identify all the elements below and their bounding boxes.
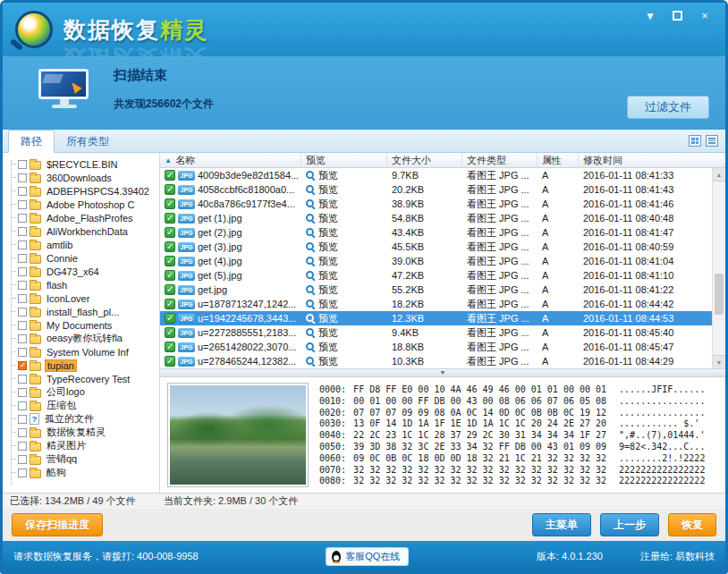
table-row[interactable]: JPGget (3).jpg预览45.5KB看图王 JPG ...A2016-0… [160,240,712,254]
previous-step-button[interactable]: 上一步 [600,513,659,536]
tree-checkbox[interactable] [18,294,27,303]
table-row[interactable]: JPGu=1942245678,3443...预览12.3KB看图王 JPG .… [160,311,712,325]
tree-checkbox[interactable] [18,267,27,276]
tree-item-10[interactable]: IconLover [6,291,157,305]
tree-checkbox[interactable] [18,227,27,236]
preview-link[interactable]: 预览 [318,183,338,197]
save-scan-progress-button[interactable]: 保存扫描进度 [12,513,103,536]
tree-item-21[interactable]: 精灵图片 [6,439,157,452]
tree-item-16[interactable]: TypeRecovery Test [6,372,157,385]
tree-checkbox[interactable] [18,401,27,410]
tree-checkbox[interactable] [18,241,27,249]
tree-item-20[interactable]: 数据恢复精灵 [6,426,157,439]
row-checkbox[interactable] [165,270,175,281]
close-icon[interactable]: × [697,10,713,22]
tree-item-8[interactable]: DG473_x64 [6,265,157,278]
row-checkbox[interactable] [165,170,175,181]
row-checkbox[interactable] [165,356,175,367]
grid-view-icon[interactable] [689,135,701,147]
tree-item-17[interactable]: 公司logo [6,385,157,399]
filter-files-button[interactable]: 过滤文件 [627,96,709,119]
tree-item-22[interactable]: 营销qq [6,452,157,466]
tree-item-1[interactable]: 360Downloads [6,171,157,184]
scroll-up-icon[interactable]: ▲ [713,168,725,181]
column-header-type[interactable]: 文件类型 [462,153,538,167]
table-row[interactable]: JPGget (5).jpg预览47.2KB看图王 JPG ...A2016-0… [160,268,712,283]
row-checkbox[interactable] [165,327,175,338]
row-checkbox[interactable] [165,241,175,252]
table-row[interactable]: JPGget.jpg预览55.2KB看图王 JPG ...A2016-01-11… [160,283,712,297]
tree-checkbox[interactable] [18,187,27,196]
table-row[interactable]: JPGget (4).jpg预览39.0KB看图王 JPG ...A2016-0… [160,254,712,268]
table-row[interactable]: JPGget (2).jpg预览43.4KB看图王 JPG ...A2016-0… [160,225,712,240]
tree-checkbox[interactable] [18,308,27,317]
tree-item-18[interactable]: 压缩包 [6,399,157,412]
list-view-icon[interactable] [706,135,718,147]
tab-path[interactable]: 路径 [8,130,55,153]
tree-item-12[interactable]: My Documents [6,318,157,332]
tree-item-11[interactable]: install_flash_pl... [6,305,157,318]
scroll-down-icon[interactable]: ▼ [713,355,725,368]
preview-link[interactable]: 预览 [318,326,338,340]
preview-link[interactable]: 预览 [318,226,338,240]
tree-checkbox[interactable] [18,455,27,464]
preview-link[interactable]: 预览 [318,169,338,182]
tree-item-6[interactable]: amtlib [6,238,157,251]
preview-link[interactable]: 预览 [318,312,338,325]
vertical-scrollbar[interactable]: ▲ ▼ [712,168,725,368]
maximize-icon[interactable] [673,11,682,21]
tree-checkbox[interactable] [18,375,27,384]
tab-all-types[interactable]: 所有类型 [55,131,121,152]
tree-item-4[interactable]: Adobe_FlashProfes [6,211,157,224]
tree-checkbox[interactable] [18,200,27,209]
row-checkbox[interactable] [165,184,175,195]
tree-item-13[interactable]: oeasy教你玩转fla [6,332,157,345]
tree-checkbox[interactable] [18,334,27,343]
preview-link[interactable]: 预览 [318,355,338,368]
tree-item-0[interactable]: $RECYCLE.BIN [6,157,157,171]
tree-checkbox[interactable] [18,348,27,357]
tree-checkbox[interactable] [18,388,27,397]
column-header-preview[interactable]: 预览 [301,153,387,167]
row-checkbox[interactable] [165,313,175,324]
preview-link[interactable]: 预览 [318,341,338,354]
row-checkbox[interactable] [165,227,175,238]
preview-link[interactable]: 预览 [318,212,338,225]
column-header-name[interactable]: ▲ 名称 [160,153,301,167]
table-row[interactable]: JPG40c8a786c9177f3e4...预览38.9KB看图王 JPG .… [160,197,712,211]
row-checkbox[interactable] [165,284,175,295]
tree-item-15[interactable]: tupian [6,359,157,372]
tree-checkbox[interactable] [18,361,27,370]
row-checkbox[interactable] [165,299,175,309]
tree-checkbox[interactable] [18,428,27,437]
tree-checkbox[interactable] [18,254,27,263]
tree-item-3[interactable]: Adobe Photoshop C [6,198,157,211]
preview-link[interactable]: 预览 [318,255,338,268]
column-header-modified[interactable]: 修改时间 [579,153,712,167]
preview-link[interactable]: 预览 [318,269,338,283]
table-row[interactable]: JPGu=278465244,12382...预览10.3KB看图王 JPG .… [160,354,712,368]
tree-item-14[interactable]: System Volume Inf [6,345,157,359]
preview-link[interactable]: 预览 [318,198,338,211]
table-row[interactable]: JPGget (1).jpg预览54.8KB看图王 JPG ...A2016-0… [160,211,712,225]
tree-item-5[interactable]: AliWorkbenchData [6,224,157,238]
row-checkbox[interactable] [165,342,175,352]
preview-link[interactable]: 预览 [318,283,338,297]
table-row[interactable]: JPGu=2272885551,2183...预览9.4KB看图王 JPG ..… [160,325,712,340]
tree-checkbox[interactable] [18,468,27,477]
tree-checkbox[interactable] [18,214,27,223]
tree-checkbox[interactable] [18,321,27,330]
tree-checkbox[interactable] [18,415,27,424]
tree-checkbox[interactable] [18,173,27,182]
qq-support-button[interactable]: 客服QQ在线 [326,547,409,566]
tree-item-23[interactable]: 酷狗 [6,466,157,479]
row-checkbox[interactable] [165,198,175,209]
preview-link[interactable]: 预览 [318,241,338,254]
row-checkbox[interactable] [165,256,175,266]
table-row[interactable]: JPGu=2651428022,3070...预览18.8KB看图王 JPG .… [160,340,712,354]
row-checkbox[interactable] [165,213,175,224]
table-row[interactable]: JPGu=1878713247,1242...预览18.2KB看图王 JPG .… [160,297,712,311]
column-header-attr[interactable]: 属性 [538,153,579,167]
collapse-preview-icon[interactable]: ▼ [427,369,459,376]
scrollbar-thumb[interactable] [715,274,724,315]
